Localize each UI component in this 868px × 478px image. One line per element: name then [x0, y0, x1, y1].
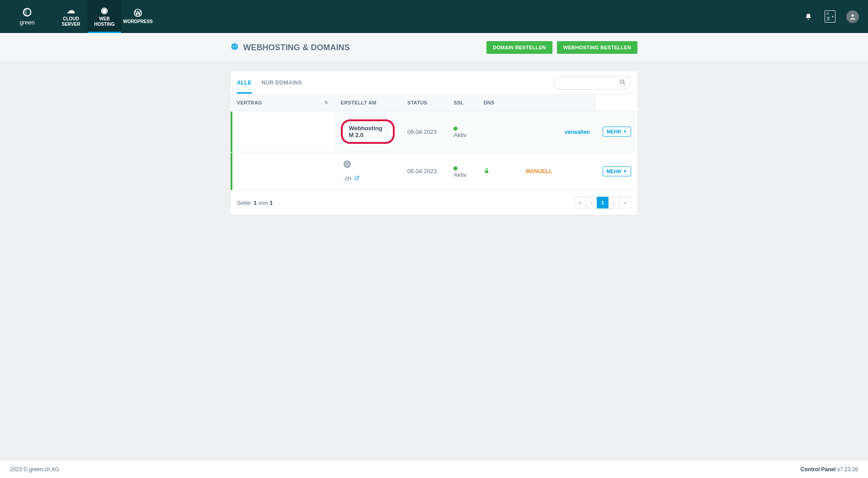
brand-label: green [19, 19, 34, 26]
chevron-down-icon: ▼ [623, 129, 627, 134]
status-dot-icon [453, 127, 458, 131]
nav-item-label: CLOUD SERVER [62, 16, 80, 27]
more-label: MEHR [607, 169, 621, 174]
page-title: WEBHOSTING & DOMAINS [231, 43, 350, 53]
panel-footer: Seite: 1 von 1 « ‹ 1 › » [231, 190, 637, 215]
globe-icon [231, 43, 239, 53]
pagination: « ‹ 1 › » [575, 197, 631, 208]
page-next-button[interactable]: › [608, 197, 620, 208]
more-button[interactable]: MEHR▼ [603, 127, 631, 137]
nav-right: A文▾ [803, 0, 859, 33]
th-ssl: SSL [447, 95, 477, 111]
wordpress-icon: Ⓦ [134, 9, 142, 17]
cell-status: Aktiv [447, 111, 477, 152]
top-nav: green ☁ CLOUD SERVER ◉ WEB HOSTING Ⓦ WOR… [0, 0, 868, 33]
page-info: Seite: 1 von 1 [237, 199, 273, 206]
page-current: 1 [254, 199, 257, 206]
hosting-panel: ALLE NUR DOMAINS [231, 71, 637, 215]
external-link-icon[interactable] [354, 175, 359, 182]
brand-logo[interactable]: green [0, 0, 54, 33]
svg-line-6 [623, 83, 625, 84]
page-prev-button[interactable]: ‹ [585, 197, 597, 208]
cell-created: 06.04.2023 [401, 111, 447, 152]
order-webhosting-button[interactable]: WEBHOSTING BESTELLEN [557, 41, 637, 54]
svg-point-5 [621, 80, 624, 84]
page-info-prefix: Seite: [237, 199, 254, 206]
domain-globe-icon [344, 161, 351, 168]
footer: 2023 © green.ch AG Control Panel v7.23.2… [0, 460, 868, 478]
page-title-text: WEBHOSTING & DOMAINS [243, 43, 350, 52]
svg-point-1 [851, 14, 854, 16]
more-label: MEHR [607, 129, 621, 134]
language-icon[interactable]: A文▾ [825, 11, 835, 22]
footer-product: Control Panel [801, 466, 837, 473]
th-contract[interactable]: VERTRAG⇅ [231, 95, 335, 111]
manage-link[interactable]: verwalten [565, 129, 590, 135]
hosting-icon: ◉ [101, 6, 108, 14]
page-info-mid: von [257, 199, 269, 206]
table-row-domain[interactable]: .ch 06.04.2023 Aktiv MANUELL [231, 152, 637, 190]
notifications-icon[interactable] [803, 11, 814, 22]
nav-items: ☁ CLOUD SERVER ◉ WEB HOSTING Ⓦ WORDPRESS [54, 0, 155, 33]
lock-icon [484, 168, 490, 175]
domain-name: .ch [344, 175, 351, 182]
status-label: Aktiv [453, 132, 466, 138]
cell-ssl [477, 152, 519, 190]
svg-rect-10 [485, 170, 488, 172]
green-logo-icon [22, 7, 32, 17]
th-status: STATUS [401, 95, 447, 111]
th-dns: DNS [477, 95, 519, 111]
more-button[interactable]: MEHR▼ [603, 166, 631, 176]
main-content: ALLE NUR DOMAINS [0, 62, 868, 460]
table-row-hosting[interactable]: Webhosting M 2.0 06.04.2023 Aktiv verwal… [231, 111, 637, 152]
language-badge-label: A文 [826, 11, 831, 22]
nav-item-label: WORDPRESS [123, 19, 153, 24]
th-contract-label: VERTRAG [237, 100, 262, 105]
footer-version: v7.23.26 [837, 466, 858, 473]
cell-created: 06.04.2023 [401, 152, 447, 190]
tab-all[interactable]: ALLE [237, 72, 252, 94]
search-icon[interactable] [620, 79, 626, 86]
status-dot-icon [453, 166, 458, 170]
sort-icon: ⇅ [324, 100, 328, 105]
contract-name-highlighted: Webhosting M 2.0 [341, 119, 395, 144]
cloud-icon: ☁ [67, 6, 75, 14]
order-domain-button[interactable]: DOMAIN BESTELLEN [486, 41, 552, 54]
dns-mode[interactable]: MANUELL [526, 168, 552, 175]
nav-item-cloud-server[interactable]: ☁ CLOUD SERVER [54, 0, 88, 33]
nav-item-wordpress[interactable]: Ⓦ WORDPRESS [121, 0, 155, 33]
footer-left: 2023 © green.ch AG [10, 466, 59, 473]
table-header-row: VERTRAG⇅ ERSTELLT AM STATUS SSL DNS [231, 95, 637, 111]
page-1-button[interactable]: 1 [597, 197, 609, 208]
cell-status: Aktiv [447, 152, 477, 190]
tab-domains-only[interactable]: NUR DOMAINS [262, 72, 302, 94]
page-total: 1 [269, 199, 273, 206]
nav-item-label: WEB HOSTING [94, 16, 115, 27]
contracts-table: VERTRAG⇅ ERSTELLT AM STATUS SSL DNS Webh… [231, 95, 637, 190]
chevron-down-icon: ▼ [623, 169, 627, 174]
subheader: WEBHOSTING & DOMAINS DOMAIN BESTELLEN WE… [0, 33, 868, 62]
page-first-button[interactable]: « [574, 197, 586, 208]
tabs-row: ALLE NUR DOMAINS [231, 71, 637, 95]
footer-right: Control Panel v7.23.26 [801, 466, 858, 473]
user-avatar[interactable] [846, 10, 859, 23]
nav-item-web-hosting[interactable]: ◉ WEB HOSTING [88, 0, 121, 33]
page-last-button[interactable]: » [619, 197, 631, 208]
status-label: Aktiv [453, 171, 466, 178]
th-created: ERSTELLT AM [335, 95, 401, 111]
